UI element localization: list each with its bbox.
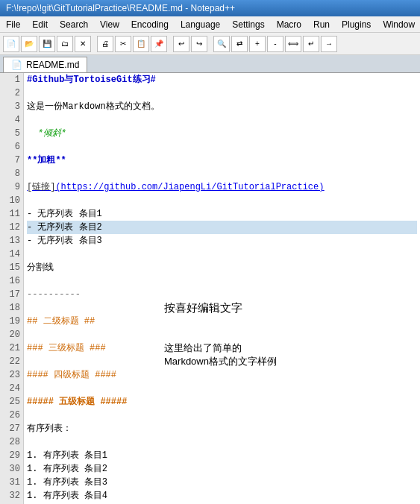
save-all-button[interactable]: 🗂 bbox=[57, 36, 73, 52]
window-title: F:\!repo\!git\GitTutorialPractice\README… bbox=[6, 3, 235, 13]
line-number: 13 bbox=[0, 234, 23, 248]
menu-run[interactable]: Run bbox=[307, 16, 336, 32]
line-number: 25 bbox=[0, 395, 23, 409]
editor-line: **加粗** bbox=[27, 154, 417, 167]
editor-line bbox=[27, 382, 417, 395]
undo-button[interactable]: ↩ bbox=[173, 36, 189, 52]
editor-line: ##### 五级标题 ##### bbox=[27, 395, 417, 409]
separator1 bbox=[93, 36, 95, 52]
editor-line bbox=[27, 248, 417, 261]
menu-view[interactable]: View bbox=[94, 16, 125, 32]
find-button[interactable]: 🔍 bbox=[213, 36, 230, 52]
menu-window[interactable]: Window bbox=[377, 16, 420, 32]
new-button[interactable]: 📄 bbox=[3, 36, 19, 52]
print-button[interactable]: 🖨 bbox=[97, 36, 113, 52]
line-number: 30 bbox=[0, 462, 23, 476]
menu-language[interactable]: Language bbox=[175, 16, 226, 32]
editor-line: [链接](https://github.com/JiapengLi/GitTut… bbox=[27, 180, 417, 194]
zoom-out-button[interactable]: - bbox=[267, 36, 283, 52]
menu-file[interactable]: File bbox=[0, 16, 26, 32]
close-button[interactable]: ✕ bbox=[75, 36, 91, 52]
editor-line: 1. 有序列表 条目2 bbox=[27, 462, 417, 476]
editor-line: #Github与TortoiseGit练习# bbox=[27, 73, 417, 86]
cut-button[interactable]: ✂ bbox=[115, 36, 131, 52]
menu-edit[interactable]: Edit bbox=[26, 16, 54, 32]
line-number: 2 bbox=[0, 86, 23, 100]
line-number: 6 bbox=[0, 140, 23, 154]
separator3 bbox=[209, 36, 212, 52]
tab-readme[interactable]: 📄 README.md bbox=[3, 57, 87, 72]
editor-line bbox=[27, 167, 417, 180]
title-bar: F:\!repo\!git\GitTutorialPractice\README… bbox=[0, 0, 420, 16]
line-number: 26 bbox=[0, 409, 23, 422]
save-button[interactable]: 💾 bbox=[39, 36, 55, 52]
editor-line: 有序列表： bbox=[27, 422, 417, 435]
menu-search[interactable]: Search bbox=[54, 16, 94, 32]
editor-line: 1. 有序列表 条目3 bbox=[27, 476, 417, 489]
editor-line: 这是一份Markdown格式的文档。 bbox=[27, 100, 417, 113]
line-number: 24 bbox=[0, 382, 23, 395]
separator2 bbox=[169, 36, 172, 52]
copy-button[interactable]: 📋 bbox=[133, 36, 149, 52]
line-number: 12 bbox=[0, 221, 23, 234]
paste-button[interactable]: 📌 bbox=[151, 36, 167, 52]
line-number: 19 bbox=[0, 315, 23, 328]
editor-line: 1. 有序列表 条目1 bbox=[27, 449, 417, 462]
menu-bar: File Edit Search View Encoding Language … bbox=[0, 16, 420, 33]
menu-encoding[interactable]: Encoding bbox=[125, 16, 175, 32]
editor-line bbox=[27, 274, 417, 288]
line-number: 11 bbox=[0, 207, 23, 221]
line-number: 17 bbox=[0, 288, 23, 301]
editor-line: - 无序列表 条目3 bbox=[27, 234, 417, 248]
menu-macro[interactable]: Macro bbox=[271, 16, 307, 32]
line-number: 4 bbox=[0, 113, 23, 127]
editor-line: 1. 有序列表 条目4 bbox=[27, 489, 417, 503]
line-number: 15 bbox=[0, 261, 23, 274]
line-number: 20 bbox=[0, 328, 23, 341]
zoom-in-button[interactable]: + bbox=[249, 36, 266, 52]
replace-button[interactable]: ⇄ bbox=[231, 36, 248, 52]
line-number: 32 bbox=[0, 489, 23, 503]
editor-line: *倾斜* bbox=[27, 127, 417, 140]
wrap-button[interactable]: ↵ bbox=[303, 36, 319, 52]
menu-settings[interactable]: Settings bbox=[226, 16, 270, 32]
line-number: 22 bbox=[0, 355, 23, 368]
editor-line: #### 四级标题 #### bbox=[27, 368, 417, 382]
line-number: 1 bbox=[0, 73, 23, 86]
editor-line: ### 三级标题 ### bbox=[27, 341, 417, 355]
tab-label: README.md bbox=[26, 60, 79, 70]
line-number: 5 bbox=[0, 127, 23, 140]
line-number: 23 bbox=[0, 368, 23, 382]
editor-line bbox=[27, 113, 417, 127]
line-number: 31 bbox=[0, 476, 23, 489]
line-number: 9 bbox=[0, 180, 23, 194]
editor-line bbox=[27, 435, 417, 449]
tab-icon: 📄 bbox=[11, 60, 22, 70]
line-number: 18 bbox=[0, 301, 23, 315]
editor-line bbox=[27, 140, 417, 154]
menu-plugins[interactable]: Plugins bbox=[336, 16, 377, 32]
editor-content[interactable]: #Github与TortoiseGit练习#这是一份Markdown格式的文档。… bbox=[24, 73, 420, 504]
editor-line: ---------- bbox=[27, 288, 417, 301]
line-number: 8 bbox=[0, 167, 23, 180]
sync-scroll-button[interactable]: ⟺ bbox=[285, 36, 301, 52]
redo-button[interactable]: ↪ bbox=[191, 36, 207, 52]
open-button[interactable]: 📂 bbox=[21, 36, 37, 52]
line-number: 29 bbox=[0, 449, 23, 462]
editor-line: - 无序列表 条目1 bbox=[27, 207, 417, 221]
editor-line: - 无序列表 条目2 bbox=[27, 221, 417, 234]
line-number: 3 bbox=[0, 100, 23, 113]
line-number: 7 bbox=[0, 154, 23, 167]
line-number: 27 bbox=[0, 422, 23, 435]
indent-button[interactable]: → bbox=[321, 36, 337, 52]
editor-line: ## 二级标题 ## bbox=[27, 315, 417, 328]
editor[interactable]: 1234567891011121314151617181920212223242… bbox=[0, 73, 420, 504]
editor-line bbox=[27, 194, 417, 207]
editor-line bbox=[27, 328, 417, 341]
line-number: 21 bbox=[0, 341, 23, 355]
toolbar: 📄 📂 💾 🗂 ✕ 🖨 ✂ 📋 📌 ↩ ↪ 🔍 ⇄ + - ⟺ ↵ → bbox=[0, 33, 420, 55]
line-number: 16 bbox=[0, 274, 23, 288]
tab-bar: 📄 README.md bbox=[0, 55, 420, 73]
editor-line: 分割线 bbox=[27, 261, 417, 274]
editor-line bbox=[27, 355, 417, 368]
